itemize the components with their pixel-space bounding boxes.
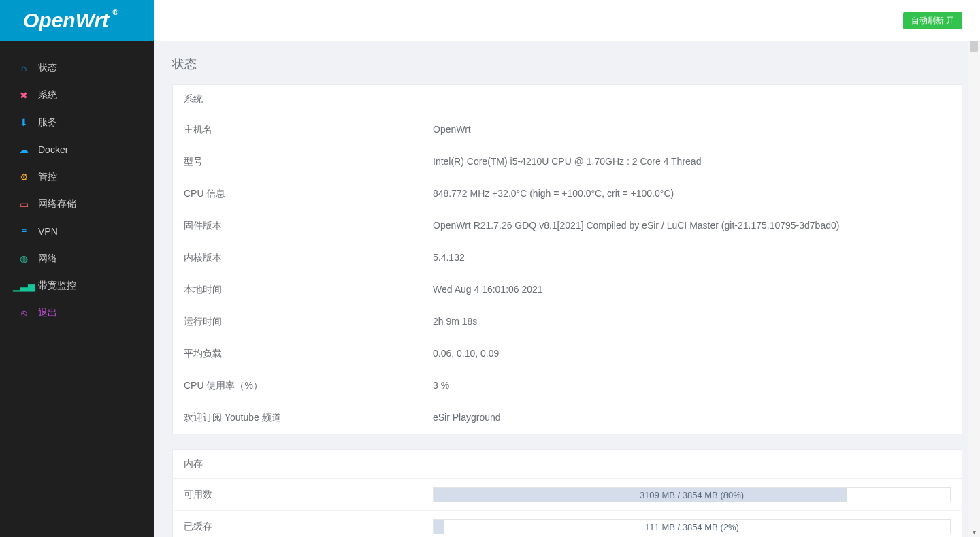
sidebar-item-label: 状态 bbox=[38, 62, 57, 74]
page-title: 状态 bbox=[172, 56, 962, 72]
progress-cell: 111 MB / 3854 MB (2%) bbox=[422, 511, 962, 537]
page-scrollbar[interactable]: ▴ ▾ bbox=[968, 0, 980, 537]
panel-memory-title: 内存 bbox=[173, 450, 962, 479]
brand[interactable]: OpenWrt® bbox=[0, 0, 154, 41]
row-value: 3 % bbox=[422, 370, 962, 402]
content-scroll[interactable]: 状态 系统 主机名OpenWrt型号Intel(R) Core(TM) i5-4… bbox=[154, 41, 980, 537]
table-row: 已缓存111 MB / 3854 MB (2%) bbox=[173, 510, 962, 537]
sidebar-item-1[interactable]: ✖系统 bbox=[0, 82, 154, 109]
row-key: 可用数 bbox=[173, 479, 422, 510]
table-row: 欢迎订阅 Youtube 频道eSir Playground bbox=[173, 402, 962, 434]
row-value: 0.06, 0.10, 0.09 bbox=[422, 338, 962, 370]
table-row: 平均负载0.06, 0.10, 0.09 bbox=[173, 338, 962, 370]
brand-name: OpenWrt bbox=[23, 9, 109, 31]
progress-label: 3109 MB / 3854 MB (80%) bbox=[434, 488, 950, 502]
row-key: 固件版本 bbox=[173, 210, 422, 242]
table-row: 可用数3109 MB / 3854 MB (80%) bbox=[173, 479, 962, 510]
sidebar-item-label: 网络存储 bbox=[38, 198, 76, 210]
progress-bar: 111 MB / 3854 MB (2%) bbox=[433, 519, 951, 534]
row-value: 2h 9m 18s bbox=[422, 306, 962, 338]
row-value: Intel(R) Core(TM) i5-4210U CPU @ 1.70GHz… bbox=[422, 146, 962, 178]
table-row: CPU 使用率（%）3 % bbox=[173, 370, 962, 402]
panel-memory: 内存 可用数3109 MB / 3854 MB (80%)已缓存111 MB /… bbox=[172, 449, 962, 537]
sidebar-item-label: 管控 bbox=[38, 171, 57, 183]
row-key: 型号 bbox=[173, 146, 422, 178]
row-key: 平均负载 bbox=[173, 338, 422, 370]
row-value: OpenWrt bbox=[422, 114, 962, 146]
sidebar-item-label: 退出 bbox=[38, 307, 57, 319]
brand-trademark: ® bbox=[112, 7, 118, 17]
auto-refresh-button[interactable]: 自动刷新 开 bbox=[903, 12, 962, 29]
gear-icon: ⚙ bbox=[18, 171, 30, 183]
chart-icon: ▁▃▅ bbox=[18, 280, 30, 292]
sidebar-item-3[interactable]: ☁Docker bbox=[0, 136, 154, 163]
download-icon: ⬇ bbox=[18, 116, 30, 129]
sidebar-item-2[interactable]: ⬇服务 bbox=[0, 109, 154, 136]
row-key: 本地时间 bbox=[173, 274, 422, 306]
row-value: OpenWrt R21.7.26 GDQ v8.1[2021] Compiled… bbox=[422, 210, 962, 242]
cloud-icon: ☁ bbox=[18, 144, 30, 156]
row-key: 主机名 bbox=[173, 114, 422, 146]
scroll-down-icon[interactable]: ▾ bbox=[968, 528, 980, 536]
row-value: 5.4.132 bbox=[422, 242, 962, 274]
table-row: 运行时间2h 9m 18s bbox=[173, 306, 962, 338]
panel-system-title: 系统 bbox=[173, 85, 962, 114]
row-value: 848.772 MHz +32.0°C (high = +100.0°C, cr… bbox=[422, 178, 962, 210]
sidebar-item-8[interactable]: ▁▃▅带宽监控 bbox=[0, 272, 154, 299]
sidebar-item-6[interactable]: ≡VPN bbox=[0, 218, 154, 245]
sidebar-item-label: Docker bbox=[38, 144, 68, 155]
home-icon: ⌂ bbox=[18, 62, 30, 74]
topbar bbox=[154, 0, 980, 41]
row-value: eSir Playground bbox=[422, 402, 962, 434]
sidebar-item-4[interactable]: ⚙管控 bbox=[0, 163, 154, 191]
table-row: 主机名OpenWrt bbox=[173, 114, 962, 146]
row-key: 欢迎订阅 Youtube 频道 bbox=[173, 402, 422, 434]
brand-text: OpenWrt® bbox=[23, 9, 109, 32]
table-row: 本地时间Wed Aug 4 16:01:06 2021 bbox=[173, 274, 962, 306]
table-row: 型号Intel(R) Core(TM) i5-4210U CPU @ 1.70G… bbox=[173, 146, 962, 178]
progress-bar: 3109 MB / 3854 MB (80%) bbox=[433, 487, 951, 502]
globe-icon: ◍ bbox=[18, 253, 30, 265]
table-row: 内核版本5.4.132 bbox=[173, 242, 962, 274]
sidebar-item-label: 网络 bbox=[38, 253, 57, 265]
sidebar-item-5[interactable]: ▭网络存储 bbox=[0, 191, 154, 218]
table-row: CPU 信息848.772 MHz +32.0°C (high = +100.0… bbox=[173, 178, 962, 210]
row-key: CPU 使用率（%） bbox=[173, 370, 422, 402]
progress-cell: 3109 MB / 3854 MB (80%) bbox=[422, 479, 962, 510]
exit-icon: ⎋ bbox=[18, 307, 30, 319]
sidebar-item-label: 服务 bbox=[38, 116, 57, 129]
sidebar-item-label: 系统 bbox=[38, 89, 57, 101]
row-value: Wed Aug 4 16:01:06 2021 bbox=[422, 274, 962, 306]
panel-system: 系统 主机名OpenWrt型号Intel(R) Core(TM) i5-4210… bbox=[172, 84, 962, 434]
sidebar-item-0[interactable]: ⌂状态 bbox=[0, 54, 154, 82]
row-key: 内核版本 bbox=[173, 242, 422, 274]
sidebar-item-label: 带宽监控 bbox=[38, 280, 76, 292]
row-key: 运行时间 bbox=[173, 306, 422, 338]
progress-label: 111 MB / 3854 MB (2%) bbox=[434, 520, 950, 534]
row-key: CPU 信息 bbox=[173, 178, 422, 210]
table-row: 固件版本OpenWrt R21.7.26 GDQ v8.1[2021] Comp… bbox=[173, 210, 962, 242]
sidebar-item-9[interactable]: ⎋退出 bbox=[0, 299, 154, 327]
sidebar-item-label: VPN bbox=[38, 226, 58, 237]
sidebar-item-7[interactable]: ◍网络 bbox=[0, 245, 154, 272]
tools-icon: ✖ bbox=[18, 89, 30, 101]
drive-icon: ▭ bbox=[18, 198, 30, 210]
row-key: 已缓存 bbox=[173, 511, 422, 537]
sidebar: ⌂状态✖系统⬇服务☁Docker⚙管控▭网络存储≡VPN◍网络▁▃▅带宽监控⎋退… bbox=[0, 41, 154, 537]
list-icon: ≡ bbox=[18, 225, 30, 238]
